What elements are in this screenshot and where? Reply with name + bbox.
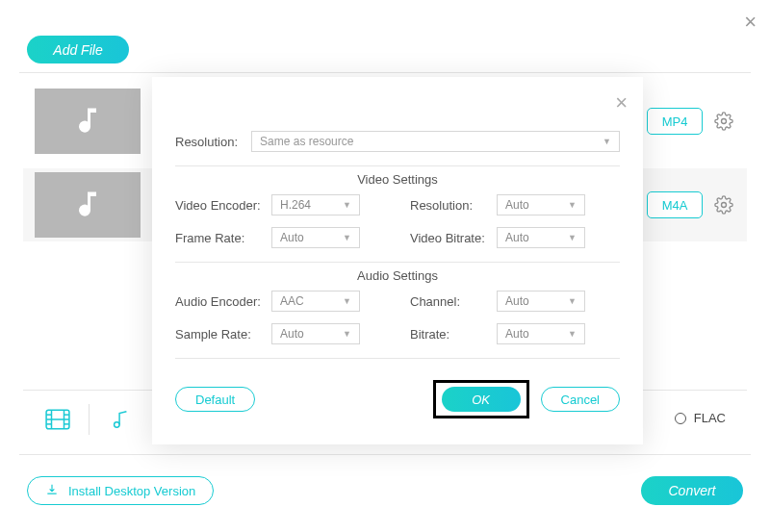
audio-bitrate-select[interactable]: Auto▼ [497, 323, 585, 344]
video-resolution-label: Resolution: [410, 198, 497, 213]
chevron-down-icon: ▼ [603, 137, 611, 146]
audio-settings-title: Audio Settings [175, 268, 620, 283]
app-close-icon[interactable]: × [744, 10, 757, 35]
download-icon [45, 483, 59, 499]
chevron-down-icon: ▼ [568, 200, 577, 210]
audio-bitrate-label: Bitrate: [410, 327, 497, 342]
install-desktop-label: Install Desktop Version [68, 484, 195, 498]
ok-button[interactable]: OK [442, 387, 521, 412]
audio-encoder-select[interactable]: AAC▼ [271, 291, 360, 312]
frame-rate-select[interactable]: Auto▼ [271, 227, 360, 248]
select-value: Auto [505, 327, 529, 341]
chevron-down-icon: ▼ [343, 233, 351, 242]
video-bitrate-label: Video Bitrate: [410, 231, 497, 245]
divider [89, 404, 90, 435]
video-encoder-label: Video Encoder: [175, 198, 271, 213]
svg-point-1 [722, 203, 727, 208]
select-value: Auto [505, 294, 529, 308]
select-value: AAC [280, 294, 304, 308]
file-thumbnail [35, 172, 141, 238]
chevron-down-icon: ▼ [343, 329, 351, 339]
svg-point-10 [115, 422, 120, 428]
install-desktop-button[interactable]: Install Desktop Version [27, 476, 214, 505]
convert-button[interactable]: Convert [641, 476, 743, 505]
music-note-icon [110, 409, 131, 430]
add-file-button[interactable]: Add File [27, 36, 129, 63]
divider [175, 358, 620, 359]
format-select-mp4[interactable]: MP4 [647, 108, 703, 135]
chevron-down-icon: ▼ [343, 296, 351, 306]
sample-rate-label: Sample Rate: [175, 327, 271, 342]
select-value: Auto [280, 231, 304, 244]
svg-point-0 [722, 119, 727, 124]
ok-button-highlight: OK [433, 380, 529, 418]
file-thumbnail [35, 89, 141, 154]
gear-icon[interactable] [714, 195, 733, 215]
tab-audio[interactable] [91, 400, 149, 439]
chevron-down-icon: ▼ [568, 296, 577, 306]
film-icon [45, 409, 70, 430]
audio-encoder-label: Audio Encoder: [175, 294, 271, 309]
close-icon[interactable]: × [615, 90, 628, 115]
divider [175, 262, 620, 263]
settings-dialog: × Resolution: Same as resource ▼ Video S… [152, 77, 643, 444]
tab-video[interactable] [29, 400, 87, 439]
output-type-tabs [29, 400, 149, 439]
select-value: Auto [280, 327, 304, 341]
radio-icon [675, 413, 686, 424]
frame-rate-label: Frame Rate: [175, 231, 271, 245]
divider [19, 454, 751, 455]
channel-label: Channel: [410, 294, 497, 309]
divider [175, 165, 620, 166]
sample-rate-select[interactable]: Auto▼ [271, 323, 360, 344]
video-resolution-select[interactable]: Auto▼ [497, 194, 585, 215]
format-option-flac[interactable]: FLAC [675, 411, 726, 425]
music-note-icon [70, 188, 105, 222]
resolution-label: Resolution: [175, 135, 238, 149]
cancel-button[interactable]: Cancel [541, 387, 620, 412]
gear-icon[interactable] [714, 112, 733, 131]
video-bitrate-select[interactable]: Auto▼ [497, 227, 585, 248]
select-value: H.264 [280, 198, 311, 212]
select-value: Auto [505, 231, 529, 244]
default-button[interactable]: Default [175, 387, 255, 412]
format-option-label: FLAC [694, 411, 726, 425]
chevron-down-icon: ▼ [568, 329, 577, 339]
resolution-select[interactable]: Same as resource ▼ [251, 131, 620, 152]
select-value: Auto [505, 198, 529, 212]
channel-select[interactable]: Auto▼ [497, 291, 585, 312]
resolution-select-value: Same as resource [260, 135, 353, 148]
video-settings-title: Video Settings [175, 172, 620, 187]
format-select-m4a[interactable]: M4A [647, 191, 703, 218]
chevron-down-icon: ▼ [568, 233, 577, 242]
music-note-icon [70, 104, 105, 139]
divider [19, 72, 751, 73]
chevron-down-icon: ▼ [343, 200, 351, 210]
video-encoder-select[interactable]: H.264▼ [271, 194, 360, 215]
